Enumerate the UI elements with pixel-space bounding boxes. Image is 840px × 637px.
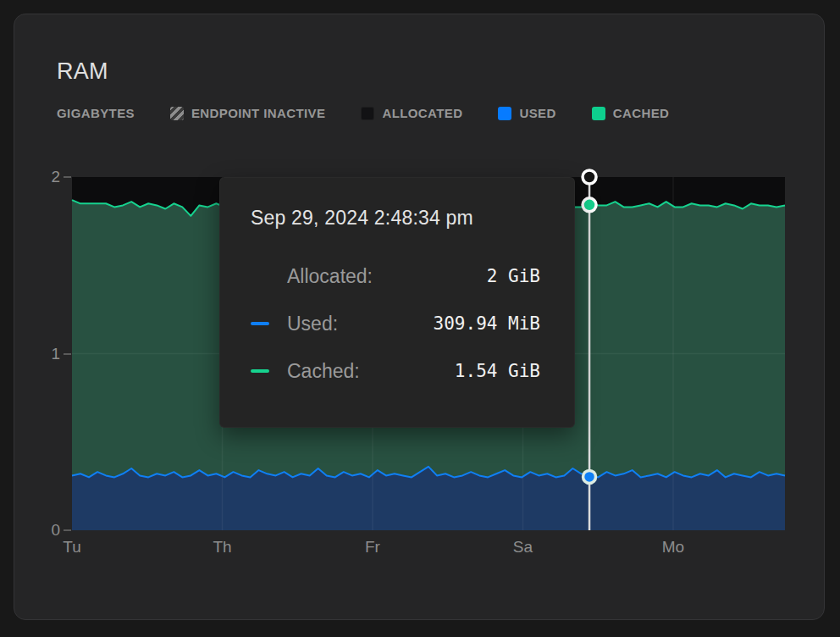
tooltip-label: Used: xyxy=(287,313,338,335)
legend-item-cached[interactable]: CACHED xyxy=(592,106,670,120)
allocated-swatch-icon xyxy=(361,107,374,120)
legend-item-label: CACHED xyxy=(613,106,670,120)
x-tick-label: Mo xyxy=(644,538,703,557)
tooltip-label: Cached: xyxy=(287,360,360,383)
used-swatch-icon xyxy=(498,107,511,120)
tooltip-row-used: Used: 309.94 MiB xyxy=(251,309,540,338)
legend-item-label: USED xyxy=(519,106,555,120)
used-dash-icon xyxy=(251,322,269,325)
legend-item-endpoint-inactive[interactable]: ENDPOINT INACTIVE xyxy=(170,106,325,120)
card-title: RAM xyxy=(57,58,108,85)
endpoint-inactive-swatch-icon xyxy=(170,107,184,120)
legend-item-label: ALLOCATED xyxy=(382,106,462,120)
legend-item-used[interactable]: USED xyxy=(498,106,555,120)
y-tick-label: 1 xyxy=(26,345,71,363)
tooltip-row-allocated: Allocated: 2 GiB xyxy=(251,262,540,291)
x-tick-label: Th xyxy=(192,538,251,557)
y-tick-label: 2 xyxy=(26,168,71,186)
y-tick-mark xyxy=(64,176,71,178)
metrics-page: RAM GIGABYTES ENDPOINT INACTIVE ALLOCATE… xyxy=(0,0,840,637)
cached-swatch-icon xyxy=(592,107,605,120)
legend-item-allocated[interactable]: ALLOCATED xyxy=(361,106,462,120)
cached-dash-icon xyxy=(251,369,269,373)
chart-tooltip: Sep 29, 2024 2:48:34 pm Allocated: 2 GiB… xyxy=(219,177,575,428)
tooltip-label: Allocated: xyxy=(287,265,373,288)
tooltip-value: 2 GiB xyxy=(487,266,540,286)
legend-unit-label: GIGABYTES xyxy=(57,106,135,120)
chart-legend: GIGABYTES ENDPOINT INACTIVE ALLOCATED US… xyxy=(57,106,669,120)
tooltip-row-cached: Cached: 1.54 GiB xyxy=(251,357,540,385)
x-tick-label: Fr xyxy=(343,538,402,557)
tooltip-value: 1.54 GiB xyxy=(455,361,540,381)
legend-item-label: ENDPOINT INACTIVE xyxy=(191,106,325,120)
y-tick-mark xyxy=(64,353,71,355)
y-tick-mark xyxy=(64,529,71,531)
x-tick-label: Tu xyxy=(42,538,102,557)
tooltip-value: 309.94 MiB xyxy=(434,313,540,334)
ram-metric-card: RAM GIGABYTES ENDPOINT INACTIVE ALLOCATE… xyxy=(14,14,825,620)
x-tick-label: Sa xyxy=(493,538,552,557)
y-tick-label: 0 xyxy=(26,521,71,540)
tooltip-timestamp: Sep 29, 2024 2:48:34 pm xyxy=(251,207,540,230)
